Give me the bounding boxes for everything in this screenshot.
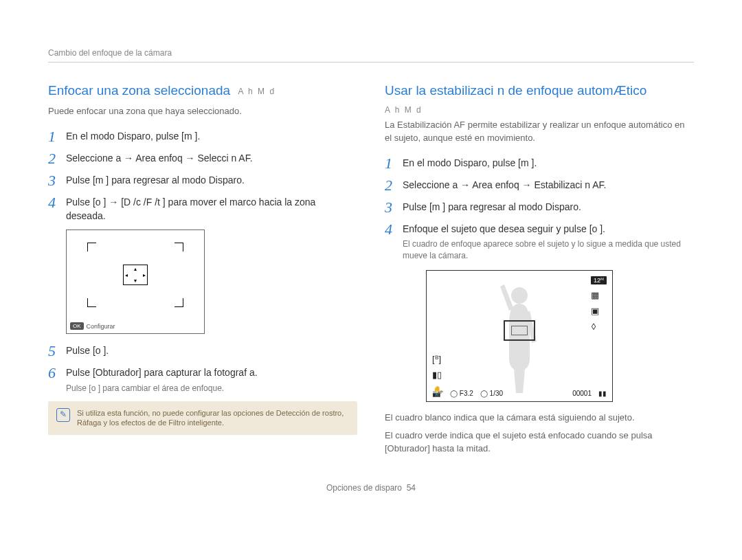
step-num: 5 [48,344,66,359]
mode-icons-right: A h M d [385,105,694,115]
step-body: Pulse [m ] para regresar al modo Disparo… [403,200,694,214]
step-body: Seleccione a → Area enfoq → Estabilizaci… [403,178,694,192]
corner-bracket-icon [175,243,183,251]
mode-icons-left: A h M d [238,87,276,96]
ok-badge: OK [70,322,84,330]
corner-bracket-icon [87,298,96,307]
focus-box-icon: ◂▸ [123,265,148,285]
after-text-2: El cuadro verde indica que el sujeto est… [385,429,694,456]
after-text-1: El cuadro blanco indica que la cámara es… [385,412,694,425]
focus-diagram: ◂▸ OK Conﬁgurar [66,229,205,334]
section-title-right: Usar la estabilizaci n de enfoque automÆ… [385,83,694,98]
step-num: 4 [48,195,66,210]
note-icon: ✎ [56,408,70,422]
step-num: 1 [385,156,403,171]
note-box: ✎ Si utiliza esta función, no puede conf… [48,401,357,436]
battery-meter-icon: ▮▯ [432,370,443,380]
corner-bracket-icon [87,243,96,251]
configure-label: Conﬁgurar [87,323,115,330]
tracking-box-icon [504,320,535,341]
breadcrumb: Cambio del enfoque de la cámara [48,48,694,63]
step-num: 6 [48,366,66,381]
title-text: Enfocar una zona seleccionada [48,83,230,98]
step-body: En el modo Disparo, pulse [m ]. [66,129,357,143]
counter-value: 00001 [572,390,592,397]
footer-section: Opciones de disparo [326,483,402,493]
quality-icon: ▦ [591,290,607,300]
title-text: Usar la estabilizaci n de enfoque automÆ… [385,83,647,98]
af-area-icon: [ᴮ] [432,354,443,364]
resolution-icon: 12ᴹ [591,276,607,284]
flash-icon: ꕺ [591,322,607,333]
corner-bracket-icon [175,298,183,307]
step-body: Enfoque el sujeto que desea seguir y pul… [403,222,694,262]
step-num: 2 [385,178,403,193]
step-num: 4 [385,222,403,237]
right-icon-column: 12ᴹ ▦ ▣ ꕺ [591,276,607,333]
shutter-value: ◯ 1/30 [480,390,503,397]
step-body: Pulse [o ] → [D /c /F /t ] para mover el… [66,195,357,223]
step-num: 3 [48,173,66,188]
steps-left-b: 5Pulse [o ]. 6 Pulse [Obturador] para ca… [48,344,357,394]
intro-right: La Estabilización AF permite estabilizar… [385,119,694,145]
note-text: Si utiliza esta función, no puede config… [77,408,349,429]
steps-left-a: 1En el modo Disparo, pulse [m ]. 2Selecc… [48,129,357,223]
footer-page: 54 [407,483,416,493]
step-num: 1 [48,129,66,144]
page-footer: Opciones de disparo 54 [48,483,694,493]
step-body: Pulse [o ]. [66,344,357,357]
steps-right: 1En el modo Disparo, pulse [m ]. 2Selecc… [385,156,694,262]
step-subtext: Pulse [o ] para cambiar el área de enfoq… [66,383,357,394]
step-body: Pulse [m ] para regresar al modo Disparo… [66,173,357,187]
section-title-left: Enfocar una zona seleccionada A h M d [48,83,357,98]
step-subtext: El cuadro de enfoque aparece sobre el su… [403,238,694,262]
left-column: Enfocar una zona seleccionada A h M d Pu… [48,83,357,467]
step-num: 3 [385,200,403,215]
svg-point-0 [511,287,528,304]
step-num: 2 [48,151,66,166]
step-body: Seleccione a → Area enfoq → Selecci n AF… [66,151,357,165]
intro-left: Puede enfocar una zona que haya seleccio… [48,105,357,118]
step-body: Pulse [Obturador] para capturar la fotog… [66,366,357,394]
metering-icon: ▣ [591,306,607,316]
storage-icon: ▮▮ [598,390,607,397]
ok-bar: OK Conﬁgurar [70,322,115,330]
step-body: En el modo Disparo, pulse [m ]. [403,156,694,170]
tracking-diagram: 12ᴹ ▦ ▣ ꕺ [ᴮ] ▮▯ ✋ 📷ᴾ ◯ F3.2 ◯ 1/30 [426,270,613,402]
aperture-value: ◯ F3.2 [450,390,473,397]
bottom-status-row: 📷ᴾ ◯ F3.2 ◯ 1/30 00001 ▮▮ [432,390,607,397]
mode-icon: 📷ᴾ [432,390,443,397]
right-column: Usar la estabilizaci n de enfoque automÆ… [385,83,694,467]
